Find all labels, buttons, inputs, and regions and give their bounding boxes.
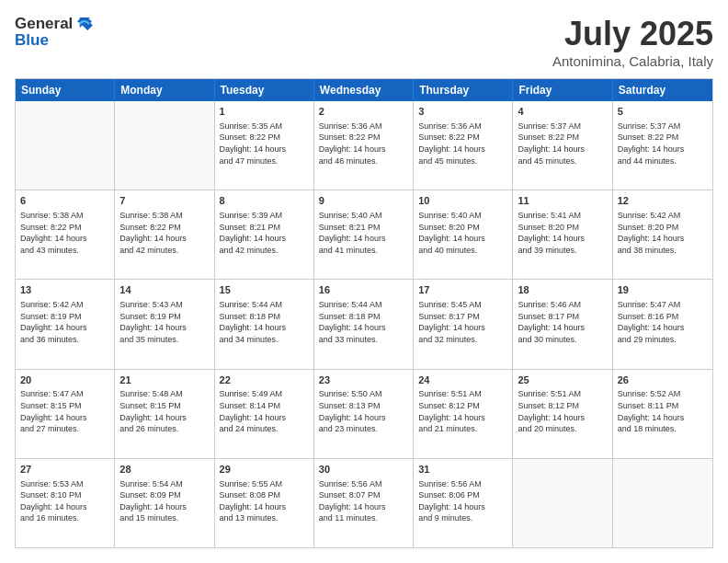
- cal-cell: 6Sunrise: 5:38 AM Sunset: 8:22 PM Daylig…: [16, 190, 115, 279]
- day-number: 29: [220, 463, 309, 477]
- header: General Blue July 2025 Antonimina, Calab…: [15, 15, 713, 69]
- day-number: 9: [319, 194, 408, 208]
- cal-cell: 4Sunrise: 5:37 AM Sunset: 8:22 PM Daylig…: [513, 101, 612, 190]
- day-number: 4: [518, 105, 607, 119]
- day-header-tuesday: Tuesday: [215, 79, 314, 101]
- cell-info: Sunrise: 5:48 AM Sunset: 8:15 PM Dayligh…: [119, 388, 209, 434]
- day-number: 15: [220, 283, 309, 297]
- cell-info: Sunrise: 5:42 AM Sunset: 8:19 PM Dayligh…: [20, 299, 109, 345]
- day-header-wednesday: Wednesday: [314, 79, 414, 101]
- cal-cell: 19Sunrise: 5:47 AM Sunset: 8:16 PM Dayli…: [613, 280, 712, 368]
- cal-cell: [613, 459, 712, 547]
- cell-info: Sunrise: 5:51 AM Sunset: 8:12 PM Dayligh…: [518, 388, 607, 434]
- cell-info: Sunrise: 5:54 AM Sunset: 8:09 PM Dayligh…: [119, 478, 209, 524]
- cell-info: Sunrise: 5:47 AM Sunset: 8:15 PM Dayligh…: [20, 388, 109, 434]
- cell-info: Sunrise: 5:49 AM Sunset: 8:14 PM Dayligh…: [220, 388, 309, 434]
- logo-blue: Blue: [15, 31, 93, 50]
- day-number: 3: [418, 105, 507, 119]
- day-header-friday: Friday: [513, 79, 612, 101]
- cal-cell: 31Sunrise: 5:56 AM Sunset: 8:06 PM Dayli…: [414, 459, 513, 547]
- day-number: 27: [20, 463, 109, 477]
- cal-cell: 3Sunrise: 5:36 AM Sunset: 8:22 PM Daylig…: [414, 101, 513, 190]
- cal-cell: 8Sunrise: 5:39 AM Sunset: 8:21 PM Daylig…: [215, 190, 314, 279]
- day-number: 14: [119, 283, 209, 297]
- day-number: 8: [220, 194, 309, 208]
- cal-cell: 7Sunrise: 5:38 AM Sunset: 8:22 PM Daylig…: [115, 190, 214, 279]
- cal-cell: [16, 101, 115, 190]
- cal-cell: 28Sunrise: 5:54 AM Sunset: 8:09 PM Dayli…: [115, 459, 214, 547]
- cal-cell: 2Sunrise: 5:36 AM Sunset: 8:22 PM Daylig…: [314, 101, 414, 190]
- cal-cell: 26Sunrise: 5:52 AM Sunset: 8:11 PM Dayli…: [613, 370, 712, 458]
- cal-cell: 15Sunrise: 5:44 AM Sunset: 8:18 PM Dayli…: [215, 280, 314, 368]
- day-number: 25: [518, 373, 607, 387]
- week-row-3: 13Sunrise: 5:42 AM Sunset: 8:19 PM Dayli…: [16, 279, 712, 368]
- location-subtitle: Antonimina, Calabria, Italy: [552, 53, 713, 69]
- day-number: 24: [418, 373, 507, 387]
- day-number: 20: [20, 373, 109, 387]
- cell-info: Sunrise: 5:37 AM Sunset: 8:22 PM Dayligh…: [618, 121, 708, 167]
- cell-info: Sunrise: 5:51 AM Sunset: 8:12 PM Dayligh…: [418, 388, 507, 434]
- cell-info: Sunrise: 5:43 AM Sunset: 8:19 PM Dayligh…: [119, 299, 209, 345]
- cal-cell: 14Sunrise: 5:43 AM Sunset: 8:19 PM Dayli…: [115, 280, 214, 368]
- cell-info: Sunrise: 5:36 AM Sunset: 8:22 PM Dayligh…: [319, 121, 408, 167]
- day-number: 26: [618, 373, 708, 387]
- cell-info: Sunrise: 5:44 AM Sunset: 8:18 PM Dayligh…: [319, 299, 408, 345]
- cal-cell: 29Sunrise: 5:55 AM Sunset: 8:08 PM Dayli…: [215, 459, 314, 547]
- cell-info: Sunrise: 5:38 AM Sunset: 8:22 PM Dayligh…: [20, 210, 109, 256]
- cal-cell: 24Sunrise: 5:51 AM Sunset: 8:12 PM Dayli…: [414, 370, 513, 458]
- cal-cell: 20Sunrise: 5:47 AM Sunset: 8:15 PM Dayli…: [16, 370, 115, 458]
- cal-cell: 10Sunrise: 5:40 AM Sunset: 8:20 PM Dayli…: [414, 190, 513, 279]
- cell-info: Sunrise: 5:53 AM Sunset: 8:10 PM Dayligh…: [20, 478, 109, 524]
- cal-cell: 17Sunrise: 5:45 AM Sunset: 8:17 PM Dayli…: [414, 280, 513, 368]
- logo-general: General: [15, 15, 73, 33]
- cal-cell: 11Sunrise: 5:41 AM Sunset: 8:20 PM Dayli…: [513, 190, 612, 279]
- cal-cell: 21Sunrise: 5:48 AM Sunset: 8:15 PM Dayli…: [115, 370, 214, 458]
- day-number: 7: [119, 194, 209, 208]
- cell-info: Sunrise: 5:40 AM Sunset: 8:20 PM Dayligh…: [418, 210, 507, 256]
- cell-info: Sunrise: 5:41 AM Sunset: 8:20 PM Dayligh…: [518, 210, 607, 256]
- day-number: 23: [319, 373, 408, 387]
- day-number: 17: [418, 283, 507, 297]
- cell-info: Sunrise: 5:36 AM Sunset: 8:22 PM Dayligh…: [418, 121, 507, 167]
- cal-cell: 16Sunrise: 5:44 AM Sunset: 8:18 PM Dayli…: [314, 280, 414, 368]
- cal-cell: 22Sunrise: 5:49 AM Sunset: 8:14 PM Dayli…: [215, 370, 314, 458]
- cal-cell: 23Sunrise: 5:50 AM Sunset: 8:13 PM Dayli…: [314, 370, 414, 458]
- cal-cell: [115, 101, 214, 190]
- title-block: July 2025 Antonimina, Calabria, Italy: [552, 15, 713, 69]
- cell-info: Sunrise: 5:50 AM Sunset: 8:13 PM Dayligh…: [319, 388, 408, 434]
- day-number: 22: [220, 373, 309, 387]
- page: General Blue July 2025 Antonimina, Calab…: [0, 0, 728, 563]
- logo-icon: [74, 15, 93, 33]
- cal-cell: 27Sunrise: 5:53 AM Sunset: 8:10 PM Dayli…: [16, 459, 115, 547]
- cell-info: Sunrise: 5:37 AM Sunset: 8:22 PM Dayligh…: [518, 121, 607, 167]
- day-number: 19: [618, 283, 708, 297]
- cell-info: Sunrise: 5:52 AM Sunset: 8:11 PM Dayligh…: [618, 388, 708, 434]
- cell-info: Sunrise: 5:39 AM Sunset: 8:21 PM Dayligh…: [220, 210, 309, 256]
- day-number: 30: [319, 463, 408, 477]
- cell-info: Sunrise: 5:46 AM Sunset: 8:17 PM Dayligh…: [518, 299, 607, 345]
- day-number: 16: [319, 283, 408, 297]
- calendar-header: SundayMondayTuesdayWednesdayThursdayFrid…: [16, 79, 712, 101]
- cell-info: Sunrise: 5:55 AM Sunset: 8:08 PM Dayligh…: [220, 478, 309, 524]
- cell-info: Sunrise: 5:56 AM Sunset: 8:07 PM Dayligh…: [319, 478, 408, 524]
- day-number: 28: [119, 463, 209, 477]
- day-number: 13: [20, 283, 109, 297]
- logo: General Blue: [15, 15, 93, 50]
- cal-cell: 5Sunrise: 5:37 AM Sunset: 8:22 PM Daylig…: [613, 101, 712, 190]
- day-header-saturday: Saturday: [613, 79, 712, 101]
- cal-cell: 30Sunrise: 5:56 AM Sunset: 8:07 PM Dayli…: [314, 459, 414, 547]
- cell-info: Sunrise: 5:42 AM Sunset: 8:20 PM Dayligh…: [618, 210, 708, 256]
- day-number: 1: [220, 105, 309, 119]
- cal-cell: 18Sunrise: 5:46 AM Sunset: 8:17 PM Dayli…: [513, 280, 612, 368]
- day-number: 12: [618, 194, 708, 208]
- day-header-sunday: Sunday: [16, 79, 115, 101]
- cal-cell: 1Sunrise: 5:35 AM Sunset: 8:22 PM Daylig…: [215, 101, 314, 190]
- day-header-monday: Monday: [115, 79, 214, 101]
- day-header-thursday: Thursday: [414, 79, 513, 101]
- cell-info: Sunrise: 5:45 AM Sunset: 8:17 PM Dayligh…: [418, 299, 507, 345]
- day-number: 6: [20, 194, 109, 208]
- cell-info: Sunrise: 5:44 AM Sunset: 8:18 PM Dayligh…: [220, 299, 309, 345]
- cal-cell: 12Sunrise: 5:42 AM Sunset: 8:20 PM Dayli…: [613, 190, 712, 279]
- cell-info: Sunrise: 5:47 AM Sunset: 8:16 PM Dayligh…: [618, 299, 708, 345]
- week-row-5: 27Sunrise: 5:53 AM Sunset: 8:10 PM Dayli…: [16, 458, 712, 547]
